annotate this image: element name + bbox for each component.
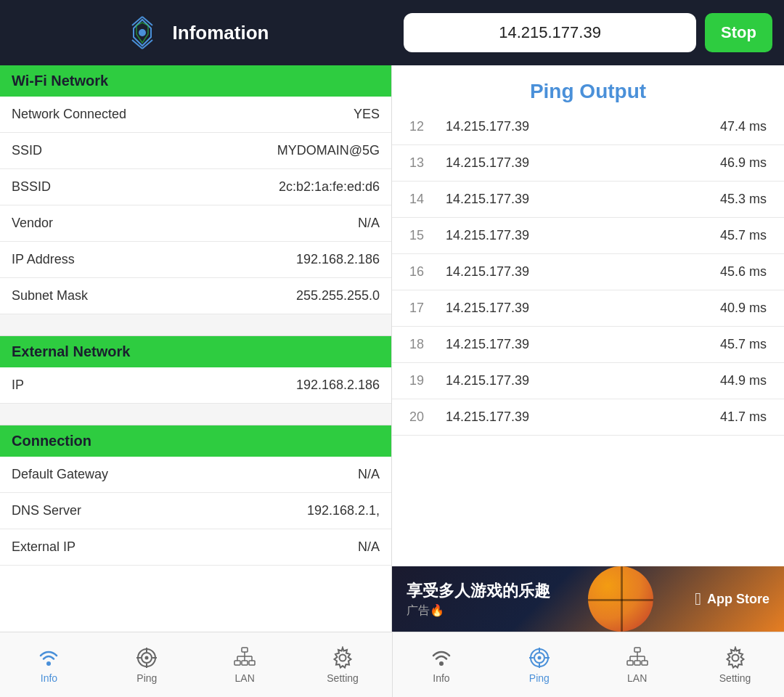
info-label: Vendor [12,216,358,231]
info-label: Subnet Mask [12,288,296,303]
main-content: Wi-Fi Network Network Connected YES SSID… [0,65,784,632]
wifi-icon [37,646,60,669]
tab-label-lan-left: LAN [235,672,255,684]
right-tab-section: Info Ping [393,632,785,697]
info-label: BSSID [12,179,279,195]
table-row: Vendor N/A [0,205,391,242]
ip-input[interactable] [404,13,696,52]
ping-row: 14 14.215.177.39 45.3 ms [392,182,784,218]
target-icon-right [528,646,551,669]
info-value: N/A [358,539,380,555]
ping-row: 12 14.215.177.39 47.4 ms [392,109,784,145]
left-tab-section: Info Ping [0,632,393,697]
wifi-icon-right [430,646,453,669]
tab-item-lan-right[interactable]: LAN [588,632,686,697]
table-row: IP 192.168.2.186 [0,367,391,404]
ping-ip: 14.215.177.39 [446,155,720,171]
ping-time: 46.9 ms [720,155,767,171]
ping-ip: 14.215.177.39 [446,228,720,243]
table-row: SSID MYDOMAIN@5G [0,133,391,169]
tab-item-ping-left[interactable]: Ping [98,632,196,697]
info-label: IP [12,378,296,393]
info-label: DNS Server [12,503,307,518]
svg-rect-9 [242,648,248,652]
svg-point-0 [139,29,146,36]
tab-label-setting-right: Setting [719,672,751,684]
info-value: YES [354,107,380,122]
tab-label-ping-right: Ping [529,672,550,684]
tab-item-info-right[interactable]: Info [393,632,491,697]
svg-rect-30 [642,661,648,665]
tab-label-ping-left: Ping [136,672,157,684]
svg-point-19 [439,661,444,666]
wifi-section-header: Wi-Fi Network [0,65,391,97]
info-label: Network Connected [12,107,354,122]
svg-rect-12 [249,661,255,665]
ping-ip: 14.215.177.39 [446,119,720,134]
table-row: External IP N/A [0,529,391,566]
ping-ip: 14.215.177.39 [446,337,720,352]
ping-list: 12 14.215.177.39 47.4 ms 13 14.215.177.3… [392,109,784,566]
left-header: Infomation [0,14,392,52]
tab-item-ping-right[interactable]: Ping [490,632,588,697]
tab-label-setting-left: Setting [327,672,359,684]
right-header: Stop [392,13,784,52]
appstore-label: App Store [707,592,769,607]
ad-banner[interactable]: 享受多人游戏的乐趣 广告🔥  App Store [392,566,784,632]
ping-ip: 14.215.177.39 [446,301,720,316]
ping-ip: 14.215.177.39 [446,409,720,425]
svg-point-1 [46,661,51,666]
app-title: Infomation [173,22,269,44]
app-logo-icon [123,14,161,52]
ping-ip: 14.215.177.39 [446,373,720,388]
tab-item-setting-left[interactable]: Setting [294,632,392,697]
info-value: 255.255.255.0 [296,288,380,303]
svg-point-22 [537,656,541,659]
ping-seq: 13 [409,155,446,171]
table-row: BSSID 2c:b2:1a:fe:ed:d6 [0,169,391,205]
ping-seq: 17 [409,301,446,316]
ping-row: 18 14.215.177.39 45.7 ms [392,327,784,363]
ad-content: 享受多人游戏的乐趣 广告🔥  App Store [392,566,784,632]
top-header: Infomation Stop [0,0,784,65]
left-panel: Wi-Fi Network Network Connected YES SSID… [0,65,392,632]
svg-rect-27 [634,648,640,652]
info-label: SSID [12,143,277,158]
ping-row: 15 14.215.177.39 45.7 ms [392,218,784,254]
info-value: N/A [358,216,380,231]
svg-rect-29 [634,661,640,665]
info-label: IP Address [12,252,296,267]
ping-seq: 14 [409,192,446,207]
tab-bar: Info Ping [0,632,784,697]
info-value: MYDOMAIN@5G [277,143,380,158]
ping-row: 19 14.215.177.39 44.9 ms [392,363,784,399]
stop-button[interactable]: Stop [705,13,772,52]
connection-section-header: Connection [0,425,391,457]
ping-ip: 14.215.177.39 [446,192,720,207]
ping-time: 45.3 ms [720,192,767,207]
tab-item-info-left[interactable]: Info [0,632,98,697]
svg-point-36 [732,654,738,661]
ad-basketball-icon [588,566,653,632]
external-section-header: External Network [0,336,391,367]
ping-row: 13 14.215.177.39 46.9 ms [392,145,784,182]
tab-item-setting-right[interactable]: Setting [686,632,784,697]
gear-icon-left [331,646,354,669]
table-row: Network Connected YES [0,97,391,133]
tab-label-info-right: Info [433,672,449,684]
lan-icon-right [626,646,649,669]
svg-rect-11 [242,661,248,665]
info-value: 192.168.2.186 [296,252,380,267]
ping-seq: 15 [409,228,446,243]
right-panel: Ping Output 12 14.215.177.39 47.4 ms 13 … [392,65,784,632]
ping-time: 41.7 ms [720,409,767,425]
ping-time: 45.7 ms [720,228,767,243]
ping-seq: 18 [409,337,446,352]
table-row: Subnet Mask 255.255.255.0 [0,278,391,314]
ping-time: 47.4 ms [720,119,767,134]
ping-time: 40.9 ms [720,301,767,316]
tab-item-lan-left[interactable]: LAN [196,632,294,697]
info-value: 2c:b2:1a:fe:ed:d6 [279,179,380,195]
tab-label-info-left: Info [41,672,57,684]
ping-row: 17 14.215.177.39 40.9 ms [392,290,784,327]
